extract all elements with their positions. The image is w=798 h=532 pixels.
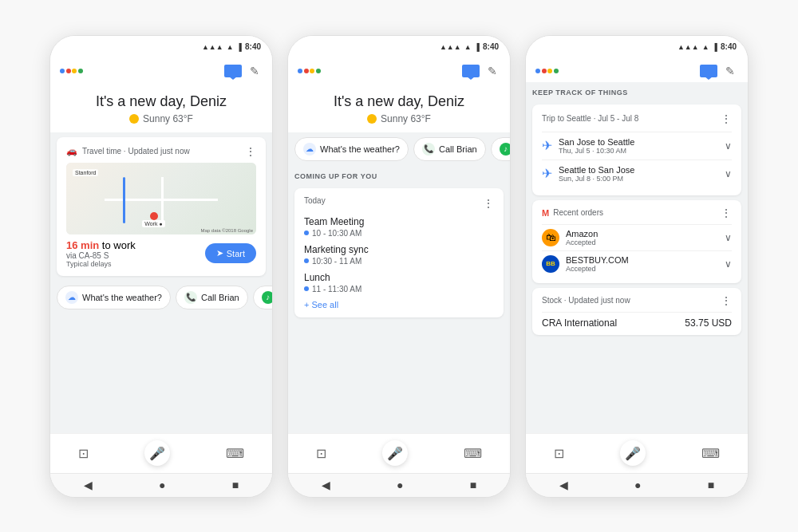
phone-1: ▲▲▲ ▲ ▐ 8:40 ✎ It's a new day, Deniz <box>49 35 273 498</box>
stock-item-3[interactable]: CRA International 53.75 USD <box>542 312 732 329</box>
phone-header-2: ✎ <box>288 58 510 82</box>
order-item-amazon[interactable]: 🛍 Amazon Accepted ∨ <box>542 224 732 250</box>
keyboard-icon-2[interactable]: ⌨ <box>464 446 482 461</box>
calendar-menu-btn-2[interactable]: ⋮ <box>483 197 494 210</box>
stock-card-3: Stock · Updated just now ⋮ CRA Internati… <box>532 288 741 335</box>
recents-btn-1[interactable]: ■ <box>232 479 239 491</box>
lens-icon-2[interactable]: ⊡ <box>316 446 326 461</box>
header-icons-1: ✎ <box>224 65 263 77</box>
google-assistant-logo-2 <box>298 69 321 73</box>
recents-btn-3[interactable]: ■ <box>708 479 714 491</box>
quick-actions-1: ☁ What's the weather? 📞 Call Brian ♪ <box>50 281 272 314</box>
recents-btn-2[interactable]: ■ <box>470 479 476 491</box>
chevron-icon-bestbuy: ∨ <box>725 258 732 270</box>
trip-card-3: Trip to Seattle · Jul 5 - Jul 8 ⋮ ✈ San … <box>532 104 741 195</box>
wifi-icon-2: ▲ <box>464 43 472 51</box>
bestbuy-icon-3: BB <box>542 255 559 273</box>
orders-menu-btn-3[interactable]: ⋮ <box>721 207 732 219</box>
commute-highlight-1: 16 min <box>66 239 99 251</box>
event-item-marketing-sync: Marketing sync 10:30 - 11 AM <box>304 244 494 266</box>
gdot-green-3 <box>554 69 559 73</box>
bottom-bar-2: ⊡ 🎤 ⌨ <box>288 433 510 473</box>
phone-header-1: ✎ <box>50 58 272 82</box>
status-icons-1: ▲▲▲ ▲ ▐ 8:40 <box>202 42 261 51</box>
call-brian-btn-1[interactable]: 📞 Call Brian <box>176 286 248 309</box>
phone-2: ▲▲▲ ▲ ▐ 8:40 ✎ It's a new day, Deniz <box>287 35 511 498</box>
flight-item-2[interactable]: ✈ Seattle to San Jose Sun, Jul 8 · 5:00 … <box>542 160 732 187</box>
stock-menu-btn-3[interactable]: ⋮ <box>721 294 732 307</box>
home-btn-2[interactable]: ● <box>397 479 403 491</box>
status-icons-2: ▲▲▲ ▲ ▐ 8:40 <box>440 42 499 51</box>
gdot-yellow <box>72 69 77 73</box>
pencil-icon-1[interactable]: ✎ <box>250 65 263 77</box>
spotify-icon-2: ♪ <box>500 143 510 156</box>
order-left-bestbuy: BB BESTBUY.COM Accepted <box>542 255 629 273</box>
travel-card-1: 🚗 Travel time · Updated just now ⋮ <box>57 137 266 276</box>
keyboard-icon-1[interactable]: ⌨ <box>226 446 244 461</box>
event-time-marketing-sync: 10:30 - 11 AM <box>304 257 494 266</box>
airplane-icon-1: ✈ <box>542 138 552 153</box>
location-label-stanford: Stanford <box>73 169 98 176</box>
lens-icon-1[interactable]: ⊡ <box>78 446 89 461</box>
mic-button-2[interactable]: 🎤 <box>382 440 408 466</box>
map-copyright-1: Map data ©2018 Google <box>201 228 253 233</box>
mic-button-1[interactable]: 🎤 <box>144 440 170 466</box>
stock-title-3: Stock · Updated just now <box>542 296 630 305</box>
google-assistant-logo-1 <box>60 69 83 73</box>
order-left-amazon: 🛍 Amazon Accepted <box>542 229 598 246</box>
gdot-blue <box>60 69 65 73</box>
status-bar-3: ▲▲▲ ▲ ▐ 8:40 <box>526 36 748 58</box>
weather-btn-2[interactable]: ☁ What's the weather? <box>294 137 409 161</box>
time-1: 8:40 <box>245 42 261 51</box>
start-button-1[interactable]: ➤ Start <box>205 243 256 263</box>
keyboard-icon-3[interactable]: ⌨ <box>701 446 720 461</box>
map-bg-1: Stanford Work ● Map data ©2018 Google <box>66 163 256 234</box>
calendar-card-header-2: Today ⋮ <box>304 196 494 211</box>
greeting-section-1: It's a new day, Deniz Sunny 63°F <box>50 82 272 132</box>
phones-container: ▲▲▲ ▲ ▐ 8:40 ✎ It's a new day, Deniz <box>34 19 764 514</box>
time-3: 8:40 <box>721 42 737 51</box>
notification-icon-2[interactable] <box>462 65 480 77</box>
home-btn-1[interactable]: ● <box>159 479 165 491</box>
back-btn-3[interactable]: ◀ <box>559 479 568 491</box>
phone-icon-2: 📞 <box>422 143 435 156</box>
sun-icon-1 <box>129 114 139 124</box>
map-route <box>123 177 125 224</box>
orders-title-3: M Recent orders <box>542 208 603 218</box>
order-item-bestbuy[interactable]: BB BESTBUY.COM Accepted ∨ <box>542 250 732 277</box>
spotify-icon-1: ♪ <box>262 291 272 304</box>
mic-button-3[interactable]: 🎤 <box>620 440 646 466</box>
gdot-red-3 <box>542 69 547 73</box>
pencil-icon-3[interactable]: ✎ <box>725 65 738 77</box>
spotify-btn-2[interactable]: ♪ <box>491 137 510 161</box>
notification-icon-3[interactable] <box>700 65 717 77</box>
bottom-bar-1: ⊡ 🎤 ⌨ <box>50 433 272 473</box>
back-btn-2[interactable]: ◀ <box>322 479 330 491</box>
gdot-blue-3 <box>535 69 540 73</box>
phone-content-2: It's a new day, Deniz Sunny 63°F ☁ What'… <box>288 82 510 433</box>
flight-item-1[interactable]: ✈ San Jose to Seattle Thu, Jul 5 · 10:30… <box>542 132 732 160</box>
event-dot-1 <box>304 231 309 235</box>
call-brian-btn-2[interactable]: 📞 Call Brian <box>413 137 486 161</box>
bestbuy-name: BESTBUY.COM <box>566 255 629 265</box>
weather-btn-1[interactable]: ☁ What's the weather? <box>57 286 171 309</box>
notification-icon-1[interactable] <box>224 65 242 77</box>
flight-date-1: Thu, Jul 5 · 10:30 AM <box>559 147 634 155</box>
see-all-link-2[interactable]: + See all <box>304 300 494 309</box>
back-btn-1[interactable]: ◀ <box>84 479 93 491</box>
gdot-red-2 <box>304 69 309 73</box>
lens-icon-3[interactable]: ⊡ <box>554 446 564 461</box>
mic-icon-3: 🎤 <box>625 446 641 461</box>
home-btn-3[interactable]: ● <box>634 479 641 491</box>
gdot-green <box>78 69 83 73</box>
pencil-icon-2[interactable]: ✎ <box>488 65 500 77</box>
phone-header-3: ✎ <box>526 58 748 82</box>
event-time-team-meeting: 10 - 10:30 AM <box>304 229 494 238</box>
gdot-blue-2 <box>298 69 302 73</box>
mic-icon-2: 🎤 <box>387 446 403 461</box>
order-details-bestbuy: BESTBUY.COM Accepted <box>566 255 629 273</box>
quick-actions-2: ☁ What's the weather? 📞 Call Brian ♪ <box>288 132 510 166</box>
travel-menu-btn-1[interactable]: ⋮ <box>245 145 256 158</box>
spotify-btn-1[interactable]: ♪ <box>253 286 272 309</box>
trip-menu-btn-3[interactable]: ⋮ <box>721 112 732 125</box>
